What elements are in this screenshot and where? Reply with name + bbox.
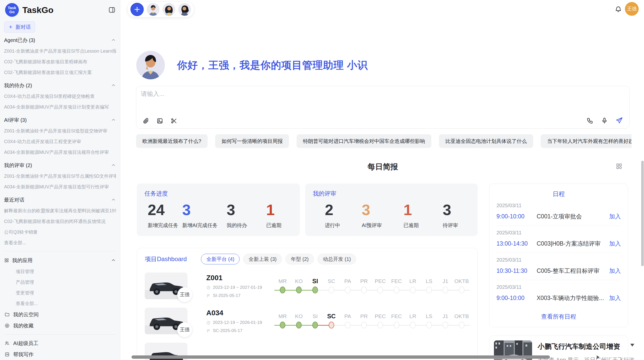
chat-input[interactable] — [141, 90, 573, 108]
sidebar-link[interactable]: 我的云空间 — [4, 309, 116, 320]
sidebar-item-my-apps[interactable]: 我的应用 — [4, 254, 116, 266]
event-join-button[interactable]: 加入 — [609, 240, 621, 248]
stat: 1 已逾期 — [266, 201, 281, 229]
event-name: C005-整车工程目标评审 — [537, 267, 609, 275]
event-date: 2025/03/11 — [496, 284, 621, 290]
stat-card-title: 任务进度 — [144, 190, 292, 198]
milestone-OKTB: OKTB — [453, 312, 470, 331]
suggestion-chip[interactable]: 当下年轻人对汽车外观有怎样的喜好趋势 — [541, 134, 632, 148]
sidebar-item[interactable]: Z001-全新燃油轻卡产品开发项目SI节点属性5D文件评审 — [4, 171, 116, 182]
event-join-button[interactable]: 加入 — [609, 294, 621, 302]
suggestion-chip[interactable]: 特朗普可能对进口汽车增税会对中国车企造成哪些影响 — [297, 134, 431, 148]
stat-label: 已逾期 — [403, 222, 419, 229]
sidebar-item[interactable]: C02-飞腾新能源轻客改款项目里程碑画布 — [4, 56, 116, 67]
sidebar-app-item[interactable]: 查看全部... — [4, 298, 116, 309]
sidebar-section-header[interactable]: 我的待办 (2) — [4, 80, 116, 91]
sidebar-item[interactable]: Z001-全新燃油皮卡产品开发项目SI节点Lesson Learn报告 — [4, 46, 116, 56]
stat-value: 3 — [182, 201, 217, 219]
briefing-content: 任务进度 24 新增完成任务 3 新增AI完成任务 3 我的待办 1 已逾期 我… — [137, 184, 628, 360]
insert-image-icon[interactable] — [156, 117, 163, 124]
sidebar-item[interactable]: A034-全新新能源MUV产品开发项目法规符合性评审 — [4, 147, 116, 158]
sidebar-item[interactable]: A034-全新新能源MUV产品开发项目造型可行性评审 — [4, 182, 116, 192]
dashboard-tab[interactable]: 动总开发 (1) — [317, 254, 356, 264]
event-join-button[interactable]: 加入 — [609, 213, 621, 220]
chevron-up-icon[interactable] — [111, 197, 116, 202]
stat-card-title: 我的评审 — [313, 190, 470, 198]
stat: 2 进行中 — [325, 201, 340, 229]
milestone-LS: LS — [421, 277, 437, 295]
sidebar-link[interactable]: AI超级员工 — [4, 338, 116, 349]
view-all-schedule-link[interactable]: 查看所有日程 — [496, 313, 621, 321]
project-owner-badge: 王强 — [177, 322, 192, 337]
sidebar-collapse-icon[interactable] — [108, 6, 115, 13]
assistant-hero: 你好，王强，我是你的项目管理助理 小识 — [136, 51, 368, 79]
app-logo: Task Go — [5, 3, 19, 17]
send-icon[interactable] — [616, 117, 623, 124]
sidebar-app-item[interactable]: 变更管理 — [4, 288, 116, 298]
sidebar-link[interactable]: 帮我写作 — [4, 349, 116, 360]
stat-value: 3 — [227, 201, 247, 219]
event-join-button[interactable]: 加入 — [609, 267, 621, 275]
sidebar-app-item[interactable]: 项目管理 — [4, 266, 116, 277]
phone-call-icon[interactable] — [587, 117, 593, 124]
sidebar-section-header[interactable]: 我的评审 (2) — [4, 160, 116, 171]
scroll-right-arrow[interactable] — [597, 355, 599, 359]
sidebar-item[interactable]: Z001-全新燃油轻卡产品开发项目SI造型提交物评审 — [4, 126, 116, 136]
event-time: 13:00-14:30 — [496, 240, 537, 247]
sidebar-section-header[interactable]: AI评审 (3) — [4, 114, 116, 126]
assistant-avatar — [136, 51, 165, 79]
attach-file-icon[interactable] — [142, 117, 149, 124]
chevron-up-icon[interactable] — [111, 83, 116, 88]
milestone-SC: SC — [323, 312, 340, 331]
news-snippet: 天眼查 App 显示，近日广州汇天飞行汽... — [538, 356, 639, 360]
sidebar-item[interactable]: C02-飞腾新能源轻客改款项目的闭环通告反馈情况 — [4, 216, 116, 227]
sidebar-item[interactable]: A034-全新新能源MUV产品开发项目计划变更表编写 — [4, 102, 116, 112]
project-date-range: 2023-12-19 ~ 2027-01-19 — [213, 285, 262, 290]
milestone-SI: SI — [307, 277, 323, 295]
chevron-up-icon[interactable] — [111, 38, 116, 43]
chevron-up-icon[interactable] — [111, 163, 116, 168]
agent-avatar-2[interactable] — [163, 3, 175, 16]
chevron-up-icon[interactable] — [111, 117, 116, 123]
schedule-card: 日程 2025/03/11 9:00-10:00 C001-立项审批会 加入 2… — [489, 184, 628, 327]
suggestion-chip[interactable]: 如何写一份清晰的项目周报 — [215, 134, 289, 148]
dashboard-tab[interactable]: 全新平台 (4) — [201, 254, 240, 264]
agent-avatar-1[interactable] — [147, 3, 159, 16]
sidebar-item[interactable]: C0X4-动力总成开发项目工程变更评审 — [4, 136, 116, 147]
stat-card: 我的评审 2 进行中 3 AI预评审 1 已逾期 3 待评审 — [305, 184, 478, 236]
horizontal-scrollbar[interactable] — [131, 355, 550, 359]
suggestion-chip[interactable]: 比亚迪全固态电池计划具体说了什么 — [439, 134, 533, 148]
sidebar-app-item[interactable]: 产品管理 — [4, 277, 116, 288]
dashboard-tab[interactable]: 年型 (2) — [285, 254, 314, 264]
add-agent-button[interactable] — [130, 3, 144, 16]
sidebar-item[interactable]: C02-飞腾新能源轻客改款项目立项汇报方案 — [4, 67, 116, 78]
screenshot-scissors-icon[interactable] — [170, 117, 177, 124]
sidebar-section-header[interactable]: 最近对话 — [4, 194, 116, 205]
milestone-LR: LR — [405, 277, 421, 295]
sidebar-item[interactable]: 公司Q3轻卡销量 — [4, 227, 116, 237]
flag-icon — [206, 294, 211, 298]
event-name: X003-车辆动力学性能验... — [537, 294, 609, 302]
notifications-bell-icon[interactable] — [615, 6, 622, 13]
section-title: 最近对话 — [4, 197, 111, 203]
milestone-SI: SI — [307, 312, 323, 331]
briefing-layout-icon[interactable] — [616, 163, 623, 170]
microphone-icon[interactable] — [601, 117, 608, 124]
vertical-scrollbar[interactable] — [641, 161, 644, 266]
user-avatar[interactable]: 王强 — [625, 2, 639, 16]
sidebar-item[interactable]: C0X4-动力总成开发项目SI里程碑提交物检查 — [4, 91, 116, 102]
new-chat-button[interactable]: 新对话 — [4, 21, 35, 33]
scroll-down-arrow[interactable] — [630, 344, 634, 347]
agent-avatar-3[interactable] — [178, 3, 191, 16]
sidebar-item[interactable]: 查看全部... — [4, 237, 116, 248]
stat-label: 已逾期 — [266, 222, 281, 229]
sidebar-item[interactable]: 解释最新出台的欧盟报废车法规再生塑料比例被调至15%... — [4, 205, 116, 216]
project-row[interactable]: 王强 A034 2023-12-19 ~ 2026-01-19 SC-2025-… — [145, 308, 470, 335]
project-row[interactable]: 王强 Z001 2023-12-19 ~ 2027-01-19 SI-2025-… — [145, 273, 470, 299]
sidebar-link[interactable]: 我的收藏 — [4, 320, 116, 331]
project-date-range: 2023-12-19 ~ 2026-01-19 — [213, 320, 262, 325]
suggestion-chip[interactable]: 欧洲新规最近颁布了什么? — [136, 134, 208, 148]
dashboard-tab[interactable]: 全新上装 (3) — [243, 254, 282, 264]
sidebar-section-header[interactable]: Agent已办 (3) — [4, 35, 116, 46]
chevron-up-icon[interactable] — [111, 258, 116, 263]
